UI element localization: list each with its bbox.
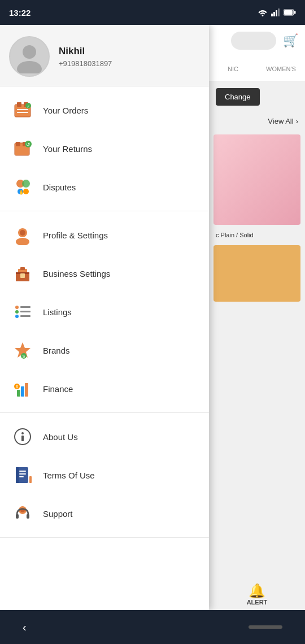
menu-section-business: Profile & Settings Business Settings [0,211,209,413]
brands-icon: $ [11,339,34,362]
info-icon [11,425,34,448]
svg-rect-44 [21,386,24,397]
svg-rect-17 [16,142,20,146]
support-label: Support [43,509,73,519]
svg-rect-54 [19,473,26,475]
profile-settings-label: Profile & Settings [43,230,108,240]
svg-rect-0 [271,14,273,16]
menu-section-orders: ✓ Your Orders ↺ Your Returns [0,86,209,211]
menu-item-terms-of-use[interactable]: Terms Of Use [0,456,209,494]
svg-rect-43 [17,390,20,397]
menu-item-profile-settings[interactable]: Profile & Settings [0,216,209,254]
disputes-label: Disputes [43,182,76,192]
listings-icon [11,301,34,323]
user-phone: +919818031897 [59,59,200,68]
returns-icon: ↺ [11,137,34,160]
svg-point-28 [20,230,25,236]
home-pill[interactable] [249,625,282,629]
svg-rect-13 [17,112,28,113]
svg-rect-56 [29,476,32,483]
menu-section-info: About Us Terms Of Use [0,413,209,538]
menu-item-your-returns[interactable]: ↺ Your Returns [0,129,209,168]
svg-rect-2 [276,10,277,16]
business-icon [11,262,34,285]
terms-of-use-label: Terms Of Use [43,471,95,480]
listings-label: Listings [43,307,72,317]
brands-label: Brands [43,346,70,355]
status-time: 13:22 [9,8,30,18]
svg-rect-3 [278,8,280,16]
svg-rect-10 [17,102,21,107]
svg-rect-53 [19,471,26,472]
about-us-label: About Us [43,432,78,442]
svg-rect-45 [25,383,28,397]
signal-icon [271,8,280,16]
support-icon [11,502,34,525]
menu-item-brands[interactable]: $ Brands [0,331,209,369]
avatar[interactable] [9,36,50,77]
bottom-nav: ‹ [0,610,305,644]
svg-point-22 [22,180,30,188]
svg-rect-55 [19,476,24,477]
svg-rect-50 [21,436,24,441]
menu-item-your-orders[interactable]: ✓ Your Orders [0,91,209,129]
menu-item-support[interactable]: Support [0,494,209,533]
svg-rect-60 [27,514,29,519]
drawer-header: Nikhil +919818031897 [0,25,209,86]
svg-point-36 [15,315,19,318]
navigation-drawer: Nikhil +919818031897 ✓ [0,25,209,610]
menu-item-listings[interactable]: Listings [0,293,209,331]
wifi-icon [258,8,268,16]
svg-rect-5 [284,10,293,15]
svg-rect-6 [294,11,296,14]
status-icons [258,8,296,16]
svg-point-8 [17,61,42,73]
drawer-overlay: Nikhil +919818031897 ✓ [0,25,305,610]
business-settings-label: Business Settings [43,269,110,279]
svg-point-49 [21,432,24,434]
your-returns-label: Your Returns [43,144,92,154]
menu-item-business-settings[interactable]: Business Settings [0,254,209,293]
svg-text:$: $ [16,385,18,389]
svg-text:$: $ [23,354,25,359]
disputes-icon: ✋ [11,176,34,198]
profile-icon [11,224,34,246]
svg-rect-39 [20,315,30,317]
menu-item-about-us[interactable]: About Us [0,417,209,456]
svg-rect-59 [16,514,19,519]
svg-rect-38 [20,311,30,312]
orders-icon: ✓ [11,99,34,121]
battery-icon [284,9,296,16]
user-info: Nikhil +919818031897 [59,46,200,68]
your-orders-label: Your Orders [43,106,88,115]
menu-item-disputes[interactable]: ✋ Disputes [0,168,209,206]
avatar-icon [12,40,46,73]
svg-text:✋: ✋ [19,189,24,195]
svg-point-35 [15,310,19,314]
svg-rect-33 [20,273,25,278]
back-button[interactable]: ‹ [23,621,27,634]
svg-text:✓: ✓ [27,105,30,108]
svg-rect-1 [273,12,275,16]
svg-point-27 [16,238,29,245]
menu-item-finance[interactable]: $ Finance [0,369,209,408]
svg-rect-52 [16,467,19,483]
user-name: Nikhil [59,46,200,57]
status-bar: 13:22 [0,0,305,25]
svg-point-7 [23,45,36,59]
svg-point-34 [15,306,19,309]
svg-rect-31 [20,267,25,270]
finance-icon: $ [11,377,34,400]
terms-icon [11,464,34,486]
svg-rect-12 [17,109,28,110]
finance-label: Finance [43,384,73,394]
svg-text:↺: ↺ [26,142,30,147]
svg-rect-37 [20,306,30,308]
